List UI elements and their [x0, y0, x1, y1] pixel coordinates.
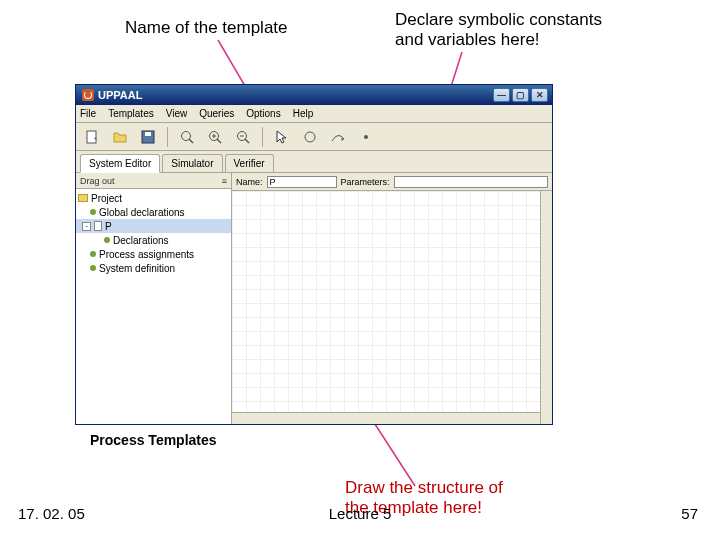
dot-icon — [90, 265, 96, 271]
close-button[interactable]: ✕ — [531, 88, 548, 102]
slide-caption: Process Templates — [90, 432, 217, 448]
tree-process-asg: Process assignments — [99, 249, 194, 260]
footer-page: 57 — [681, 505, 698, 522]
field-bar: Name: Parameters: — [232, 173, 552, 191]
menubar: File Templates View Queries Options Help — [76, 105, 552, 123]
window-title: UPPAAL — [98, 89, 142, 101]
tree-declarations: Declarations — [113, 235, 169, 246]
footer-date: 17. 02. 05 — [18, 505, 85, 522]
tree-p: P — [105, 221, 112, 232]
tree-project: Project — [91, 193, 122, 204]
menu-file[interactable]: File — [80, 108, 96, 119]
vscrollbar[interactable] — [540, 191, 552, 424]
annotation-declare: Declare symbolic constants and variables… — [395, 10, 602, 51]
tab-verifier[interactable]: Verifier — [225, 154, 274, 172]
tree-global-decl: Global declarations — [99, 207, 185, 218]
nail-tool[interactable] — [354, 126, 378, 148]
svg-point-16 — [305, 132, 315, 142]
svg-line-8 — [189, 139, 193, 143]
folder-icon — [78, 194, 88, 202]
dragout-bar: Drag out≡ — [76, 173, 231, 189]
params-input[interactable] — [394, 176, 548, 188]
workarea: Drag out≡ Project Global declarations -P… — [76, 173, 552, 424]
zoom-in-button[interactable] — [203, 126, 227, 148]
tab-simulator[interactable]: Simulator — [162, 154, 222, 172]
new-button[interactable]: * — [80, 126, 104, 148]
menu-templates[interactable]: Templates — [108, 108, 154, 119]
open-button[interactable] — [108, 126, 132, 148]
select-tool[interactable] — [270, 126, 294, 148]
page-icon — [94, 221, 102, 231]
tab-bar: System Editor Simulator Verifier — [76, 151, 552, 173]
save-button[interactable] — [136, 126, 160, 148]
annotation-name: Name of the template — [125, 18, 288, 38]
hscrollbar[interactable] — [232, 412, 540, 424]
menu-view[interactable]: View — [166, 108, 188, 119]
dot-icon — [90, 251, 96, 257]
svg-line-14 — [245, 139, 249, 143]
svg-rect-6 — [145, 132, 151, 136]
svg-line-10 — [217, 139, 221, 143]
svg-point-17 — [364, 135, 368, 139]
name-label: Name: — [236, 177, 263, 187]
menu-help[interactable]: Help — [293, 108, 314, 119]
minimize-button[interactable]: — — [493, 88, 510, 102]
side-pane: Drag out≡ Project Global declarations -P… — [76, 173, 232, 424]
titlebar: UPPAAL — ▢ ✕ — [76, 85, 552, 105]
name-input[interactable] — [267, 176, 337, 188]
drawing-canvas[interactable] — [232, 191, 552, 424]
menu-options[interactable]: Options — [246, 108, 280, 119]
location-tool[interactable] — [298, 126, 322, 148]
dot-icon — [90, 209, 96, 215]
edit-pane: Name: Parameters: — [232, 173, 552, 424]
dot-icon — [104, 237, 110, 243]
zoom-button[interactable] — [175, 126, 199, 148]
zoom-out-button[interactable] — [231, 126, 255, 148]
footer-lecture: Lecture 5 — [329, 505, 392, 522]
tab-system-editor[interactable]: System Editor — [80, 154, 160, 173]
params-label: Parameters: — [341, 177, 390, 187]
app-window: UPPAAL — ▢ ✕ File Templates View Queries… — [75, 84, 553, 425]
toolbar: * — [76, 123, 552, 151]
svg-text:*: * — [94, 136, 97, 143]
tree-system-def: System definition — [99, 263, 175, 274]
menu-queries[interactable]: Queries — [199, 108, 234, 119]
maximize-button[interactable]: ▢ — [512, 88, 529, 102]
edge-tool[interactable] — [326, 126, 350, 148]
collapse-icon[interactable]: - — [82, 222, 91, 231]
java-icon — [82, 89, 94, 101]
project-tree[interactable]: Project Global declarations -P Declarati… — [76, 189, 231, 424]
